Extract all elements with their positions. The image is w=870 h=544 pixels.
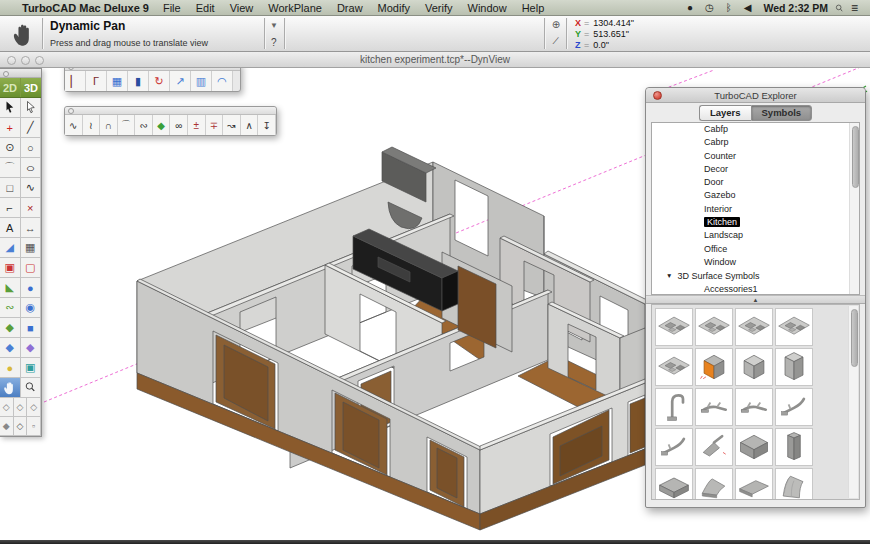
mode-3d-tab[interactable]: 3D [21,78,41,97]
menu-item[interactable]: Edit [196,2,215,14]
tab-layers[interactable]: Layers [699,105,751,121]
menu-item[interactable]: Verify [425,2,453,14]
curve-toolbar-close-icon[interactable] [68,108,74,114]
menu-item[interactable]: Draw [337,2,363,14]
arch-roof[interactable]: ◠ [212,71,233,91]
list-item[interactable]: Door [652,176,859,189]
arch-convert[interactable]: ↻ [149,71,170,91]
tool-ellipse[interactable]: ○ [21,158,42,178]
menu-extra-icon[interactable]: ● [687,2,693,13]
list-item[interactable]: Cabrp [652,136,859,149]
window-minimize-button[interactable] [21,56,30,65]
tool-sphere[interactable]: ● [21,278,42,298]
curve-add-node[interactable]: ± [188,115,206,135]
tool-boolean[interactable]: ◆ [21,338,42,358]
tool-material-panel[interactable]: ▣ [21,358,42,378]
thumb-faucet-3[interactable] [775,388,813,426]
spotlight-icon[interactable] [834,2,845,14]
tool-help-button[interactable]: ? [271,37,277,48]
curve-sketch[interactable]: ∾ [135,115,153,135]
tool-zoom[interactable] [21,378,42,398]
curve-spline[interactable]: ∿ [65,115,83,135]
view-grid[interactable]: ▫ [27,417,41,436]
arch-wall-pattern[interactable]: ▥ [191,71,212,91]
thumb-appliance-large[interactable] [735,428,773,466]
list-item[interactable]: Counter [652,150,859,163]
arch-roof-slab[interactable]: ↗ [170,71,191,91]
curve-surface[interactable]: ◆ [153,115,171,135]
tool-box[interactable]: ■ [21,318,42,338]
menu-item[interactable]: View [230,2,254,14]
tool-roof[interactable]: ◢ [0,238,21,258]
thumb-faucet-2[interactable] [735,388,773,426]
curve-remove-node[interactable]: ∓ [206,115,224,135]
notification-center-icon[interactable]: ≡ [851,1,858,15]
thumb-appliance-wide[interactable] [655,468,693,500]
list-item[interactable]: Cabfp [652,123,859,136]
menu-item[interactable]: Help [522,2,545,14]
tool-select-open[interactable] [21,98,42,118]
view-iso-2[interactable]: ◇ [14,398,28,417]
tool-options-dropdown[interactable]: ▼ [270,21,278,30]
palette-close-icon[interactable] [3,71,9,77]
list-item[interactable]: Interior [652,203,859,216]
menu-item[interactable]: File [163,2,181,14]
window-close-button[interactable] [7,56,16,65]
curve-toolbar-title-bar[interactable] [65,107,276,115]
snap-toggle-icon[interactable]: ⊕ [548,19,564,30]
tool-hatch[interactable]: ▦ [21,238,42,258]
tool-twist[interactable]: ∾ [0,298,21,318]
thumb-hood-wedge[interactable] [695,468,733,500]
grid-scrollbar[interactable] [848,306,858,498]
thumb-hood-curved[interactable] [775,468,813,500]
list-scrollbar-thumb[interactable] [852,126,859,188]
view-wireframe[interactable]: ◇ [14,417,28,436]
view-shaded[interactable]: ◆ [0,417,14,436]
thumb-kitchen-layout-3[interactable] [735,308,773,346]
explorer-close-icon[interactable] [653,91,662,100]
tool-primitive-ball[interactable]: ● [0,358,21,378]
list-item[interactable]: Window [652,256,859,269]
explorer-title-bar[interactable]: TurboCAD Explorer [646,88,865,103]
panel-splitter[interactable] [646,295,865,304]
thumb-cabinet[interactable] [735,348,773,386]
menu-item[interactable]: Modify [378,2,410,14]
thumb-kitchen-layout-2[interactable] [695,308,733,346]
curve-coil[interactable]: ∞ [170,115,188,135]
bluetooth-icon[interactable]: ᛒ [726,2,732,13]
curve-project[interactable]: ↧ [258,115,276,135]
drawing-canvas[interactable]: 2D 3D +╱⊙○⌒○□∿⌐×A↔◢▦▣▢◣●∾◉◆■◆◆●▣ ◇◇◇◆◇▫ [0,68,870,540]
list-item[interactable]: Gazebo [652,189,859,202]
tool-pan-active[interactable] [0,378,21,398]
app-menu-title[interactable]: TurboCAD Mac Deluxe 9 [22,2,149,14]
curve-edit[interactable]: ↝ [223,115,241,135]
tool-polyline[interactable]: ⌐ [0,198,21,218]
clock-icon[interactable]: ◷ [705,2,714,13]
tool-sweep[interactable]: ◆ [0,318,21,338]
thumb-appliance-tall[interactable] [775,428,813,466]
tool-prism[interactable]: ◆ [0,338,21,358]
arch-window[interactable]: ▦ [107,71,128,91]
tool-select[interactable] [0,98,21,118]
tool-dimension[interactable]: ↔ [21,218,42,238]
list-item[interactable]: Kitchen [652,216,859,229]
list-item[interactable]: Office [652,243,859,256]
menu-item[interactable]: WorkPlane [268,2,322,14]
thumb-hood-flat[interactable] [735,468,773,500]
tool-point[interactable]: + [0,118,21,138]
palette-title-bar[interactable] [0,69,41,78]
angle-toggle-icon[interactable]: ∕ [548,35,564,46]
tool-cone[interactable]: ◣ [0,278,21,298]
volume-icon[interactable]: ◀ [744,2,752,13]
list-item[interactable]: Accessories1 [652,283,859,295]
view-iso-3[interactable]: ◇ [27,398,41,417]
tool-revolve[interactable]: ◉ [21,298,42,318]
thumb-kitchen-layout-5[interactable] [655,348,693,386]
arch-corner-wall[interactable]: Γ [86,71,107,91]
thumb-faucet-4[interactable] [655,428,693,466]
thumb-cabinet-selected[interactable] [695,348,733,386]
list-scrollbar[interactable] [849,123,859,294]
thumb-faucet-tall[interactable] [655,388,693,426]
list-item[interactable]: Decor [652,163,859,176]
tool-circle[interactable]: ○ [21,138,42,158]
